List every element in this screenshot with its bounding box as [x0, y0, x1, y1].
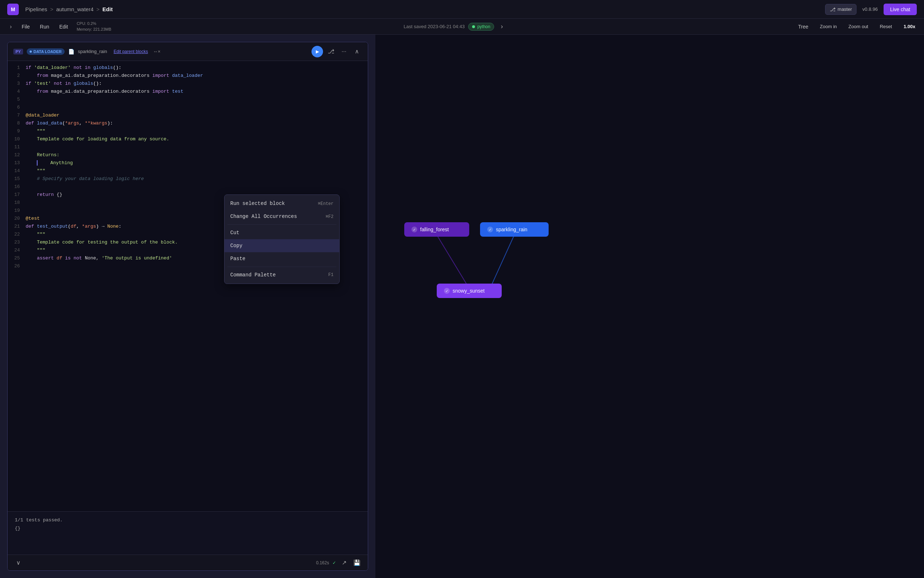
- ctx-copy-label: Copy: [230, 243, 242, 248]
- code-line-14: 14 """: [8, 167, 368, 175]
- code-line-11: 11: [8, 143, 368, 151]
- ctx-run-label: Run selected block: [230, 201, 285, 206]
- tree-node-sparkling-rain[interactable]: ✓ sparkling_rain: [480, 222, 548, 237]
- python-label: python: [477, 24, 490, 29]
- breadcrumb-current: Edit: [102, 6, 112, 12]
- snowy-sunset-check: ✓: [444, 288, 450, 294]
- tree-node-falling-forest[interactable]: ✓ falling_forest: [404, 222, 469, 237]
- menu-file[interactable]: File: [17, 22, 34, 32]
- sparkling-rain-label: sparkling_rain: [496, 227, 527, 232]
- expand-arrows[interactable]: ↔×: [153, 49, 161, 54]
- master-button[interactable]: ⎇ master: [825, 4, 857, 15]
- editor-panel: PY DATA LOADER 📄 sparkling_rain Edit par…: [7, 42, 368, 571]
- zoom-in-button[interactable]: Zoom in: [817, 23, 840, 31]
- play-icon: ▶: [316, 49, 319, 54]
- tree-canvas: ✓ falling_forest ✓ sparkling_rain ✓ snow…: [376, 35, 924, 578]
- snowy-sunset-label: snowy_sunset: [452, 288, 485, 294]
- cpu-info: CPU: 0.2% Memory: 221.23MB: [76, 21, 111, 32]
- chevron-down-icon: ∨: [16, 559, 21, 566]
- master-label: master: [838, 6, 852, 12]
- ctx-paste[interactable]: Paste: [224, 252, 339, 265]
- tree-node-snowy-sunset[interactable]: ✓ snowy_sunset: [437, 284, 502, 298]
- python-status-dot: [472, 25, 475, 28]
- branch-icon: ⎇: [328, 48, 334, 55]
- last-saved-text: Last saved 2023-06-21 04:43: [403, 24, 465, 29]
- ctx-paste-label: Paste: [230, 256, 246, 261]
- block-filename: sparkling_rain: [78, 49, 107, 54]
- data-loader-badge: DATA LOADER: [27, 48, 65, 55]
- menu-run[interactable]: Run: [36, 22, 54, 32]
- code-line-7: 7 @data_loader: [8, 112, 368, 119]
- save-output-button[interactable]: 💾: [352, 558, 362, 568]
- falling-forest-check: ✓: [412, 227, 417, 232]
- code-line-5: 5: [8, 96, 368, 104]
- app-logo: M: [7, 3, 19, 15]
- more-options-button[interactable]: ···: [339, 47, 349, 57]
- ctx-change-shortcut: ⌘F2: [325, 214, 333, 219]
- code-line-8: 8 def load_data(*args, **kwargs):: [8, 119, 368, 127]
- external-link-button[interactable]: ↗: [339, 558, 349, 568]
- collapse-output-button[interactable]: ∨: [13, 558, 23, 568]
- version-badge: v0.8.96: [862, 6, 878, 12]
- memory-text: Memory: 221.23MB: [76, 27, 111, 32]
- tests-passed-text: 1/1 tests passed.: [15, 517, 361, 523]
- right-panel: ✓ falling_forest ✓ sparkling_rain ✓ snow…: [376, 35, 924, 578]
- menu-bar: › File Run Edit CPU: 0.2% Memory: 221.23…: [0, 19, 924, 35]
- ellipsis-icon: ···: [342, 48, 346, 55]
- output-result: {}: [15, 526, 361, 531]
- nav-arrow-icon[interactable]: ›: [501, 23, 503, 30]
- data-loader-label: DATA LOADER: [34, 49, 62, 54]
- tree-button[interactable]: Tree: [795, 23, 811, 31]
- menu-edit[interactable]: Edit: [55, 22, 72, 32]
- branch-icon-button[interactable]: ⎇: [326, 47, 336, 57]
- ctx-change-label: Change All Occurrences: [230, 214, 297, 219]
- code-line-4: 4 from mage_ai.data_preparation.decorato…: [8, 88, 368, 96]
- code-line-10: 10 Template code for loading data from a…: [8, 135, 368, 143]
- code-line-15: 15 # Specify your data loading logic her…: [8, 175, 368, 183]
- edit-parent-link[interactable]: Edit parent blocks: [114, 49, 148, 54]
- ctx-run-selected[interactable]: Run selected block ⌘Enter: [224, 197, 339, 210]
- sparkling-rain-check: ✓: [487, 227, 493, 232]
- top-navbar: M Pipelines > autumn_water4 > Edit ⎇ mas…: [0, 0, 924, 19]
- ctx-cut-label: Cut: [230, 230, 239, 235]
- ctx-run-shortcut: ⌘Enter: [318, 201, 333, 206]
- live-chat-button[interactable]: Live chat: [883, 3, 917, 15]
- falling-forest-label: falling_forest: [420, 227, 449, 232]
- code-line-2: 2 from mage_ai.data_preparation.decorato…: [8, 72, 368, 80]
- cpu-text: CPU: 0.2%: [76, 21, 111, 26]
- ctx-cut[interactable]: Cut: [224, 226, 339, 239]
- breadcrumb: Pipelines > autumn_water4 > Edit: [25, 6, 112, 12]
- success-indicator: ✓: [332, 560, 336, 565]
- code-line-16: 16: [8, 183, 368, 191]
- main-content: PY DATA LOADER 📄 sparkling_rain Edit par…: [0, 35, 924, 578]
- save-icon: 💾: [353, 559, 361, 566]
- block-header: PY DATA LOADER 📄 sparkling_rain Edit par…: [8, 42, 368, 61]
- code-line-12: 12 Returns:: [8, 151, 368, 159]
- zoom-level-display: 1.00x: [901, 23, 918, 31]
- reset-button[interactable]: Reset: [877, 23, 895, 31]
- output-panel: 1/1 tests passed. {}: [8, 511, 368, 555]
- code-line-13: 13 Anything: [8, 159, 368, 167]
- output-footer: ∨ 0.162s ✓ ↗ 💾: [8, 555, 368, 570]
- ctx-divider-2: [228, 266, 337, 267]
- timing-display: 0.162s ✓: [26, 560, 336, 565]
- ctx-command-palette[interactable]: Command Palette F1: [224, 268, 339, 281]
- git-icon: ⎇: [830, 6, 836, 12]
- code-line-3: 3 if 'test' not in globals():: [8, 80, 368, 88]
- code-editor[interactable]: 1 if 'data_loader' not in globals(): 2 f…: [8, 61, 368, 511]
- breadcrumb-pipelines[interactable]: Pipelines: [25, 6, 47, 12]
- tree-connections: [376, 35, 924, 578]
- zoom-out-button[interactable]: Zoom out: [846, 23, 871, 31]
- timing-value: 0.162s: [316, 560, 329, 565]
- external-link-icon: ↗: [342, 559, 346, 566]
- file-icon: 📄: [68, 49, 74, 55]
- run-block-button[interactable]: ▶: [311, 46, 323, 57]
- sidebar-expand-button[interactable]: ›: [6, 22, 16, 32]
- ctx-palette-label: Command Palette: [230, 272, 276, 278]
- data-loader-dot: [29, 50, 32, 53]
- ctx-change-all[interactable]: Change All Occurrences ⌘F2: [224, 210, 339, 223]
- collapse-block-button[interactable]: ∧: [352, 47, 362, 57]
- breadcrumb-project[interactable]: autumn_water4: [56, 6, 93, 12]
- ctx-palette-shortcut: F1: [329, 273, 333, 278]
- ctx-copy[interactable]: Copy: [224, 239, 339, 252]
